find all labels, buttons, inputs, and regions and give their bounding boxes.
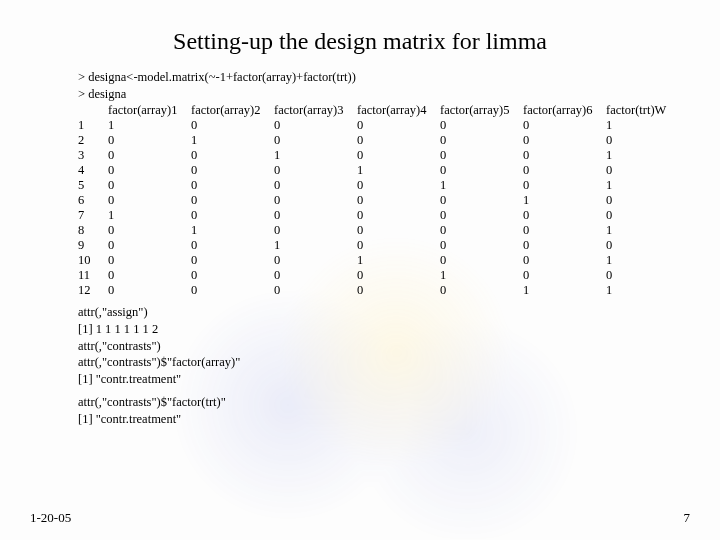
cell-value: 1 [357,163,440,178]
cell-value: 0 [606,268,689,283]
cell-value: 0 [274,118,357,133]
cell-value: 0 [108,238,191,253]
cell-value: 0 [357,268,440,283]
cell-value: 0 [191,178,274,193]
col-header: factor(trt)W [606,103,689,118]
cell-value: 0 [523,118,606,133]
cell-value: 0 [440,253,523,268]
table-row: 50000101 [78,178,689,193]
cell-value: 0 [440,208,523,223]
cell-value: 0 [108,163,191,178]
cell-value: 0 [191,148,274,163]
row-label: 1 [78,118,108,133]
cell-value: 0 [191,268,274,283]
footer-date: 1-20-05 [30,510,71,526]
row-label: 5 [78,178,108,193]
code-line: > designa<-model.matrix(~-1+factor(array… [78,69,670,86]
code-line: [1] "contr.treatment" [78,371,670,388]
cell-value: 0 [191,208,274,223]
cell-value: 0 [191,118,274,133]
cell-value: 0 [108,148,191,163]
cell-value: 1 [191,223,274,238]
cell-value: 0 [274,178,357,193]
footer-page: 7 [684,510,691,526]
cell-value: 0 [523,268,606,283]
cell-value: 0 [606,193,689,208]
cell-value: 0 [523,163,606,178]
cell-value: 0 [523,223,606,238]
cell-value: 1 [606,223,689,238]
table-row: 30010001 [78,148,689,163]
col-header: factor(array)4 [357,103,440,118]
cell-value: 0 [357,178,440,193]
table-row: 90010000 [78,238,689,253]
page-title: Setting-up the design matrix for limma [50,28,670,55]
code-line: > designa [78,86,670,103]
cell-value: 0 [108,133,191,148]
cell-value: 0 [108,223,191,238]
code-line: [1] 1 1 1 1 1 1 2 [78,321,670,338]
cell-value: 0 [108,178,191,193]
cell-value: 0 [274,163,357,178]
cell-value: 0 [440,193,523,208]
cell-value: 0 [440,133,523,148]
table-row: 120000011 [78,283,689,298]
cell-value: 0 [606,163,689,178]
row-label: 8 [78,223,108,238]
row-label: 2 [78,133,108,148]
cell-value: 1 [191,133,274,148]
cell-value: 1 [440,268,523,283]
row-label: 7 [78,208,108,223]
cell-value: 0 [440,223,523,238]
cell-value: 0 [191,253,274,268]
row-label: 4 [78,163,108,178]
attr-block-1: attr(,"assign") [1] 1 1 1 1 1 1 2 attr(,… [78,304,670,388]
row-label: 6 [78,193,108,208]
cell-value: 0 [191,193,274,208]
row-label: 10 [78,253,108,268]
cell-value: 0 [108,283,191,298]
cell-value: 0 [523,178,606,193]
table-row: 71000000 [78,208,689,223]
cell-value: 0 [357,133,440,148]
code-line: attr(,"contrasts")$"factor(trt)" [78,394,670,411]
cell-value: 0 [108,253,191,268]
cell-value: 0 [274,193,357,208]
cell-value: 0 [606,238,689,253]
cell-value: 0 [108,193,191,208]
cell-value: 0 [191,163,274,178]
attr-block-2: attr(,"contrasts")$"factor(trt)" [1] "co… [78,394,670,428]
cell-value: 0 [274,253,357,268]
cell-value: 1 [440,178,523,193]
cell-value: 0 [108,268,191,283]
table-row: 100001001 [78,253,689,268]
cell-value: 0 [523,133,606,148]
cell-value: 1 [108,118,191,133]
cell-value: 0 [523,148,606,163]
cell-value: 0 [523,253,606,268]
row-label: 11 [78,268,108,283]
cell-value: 1 [606,148,689,163]
cell-value: 0 [357,208,440,223]
cell-value: 0 [357,193,440,208]
code-line: [1] "contr.treatment" [78,411,670,428]
cell-value: 0 [357,238,440,253]
cell-value: 1 [357,253,440,268]
table-row: 80100001 [78,223,689,238]
cell-value: 0 [523,238,606,253]
col-header: factor(array)6 [523,103,606,118]
table-row: 110000100 [78,268,689,283]
cell-value: 1 [606,283,689,298]
cell-value: 1 [274,238,357,253]
code-block-top: > designa<-model.matrix(~-1+factor(array… [78,69,670,103]
code-line: attr(,"contrasts")$"factor(array)" [78,354,670,371]
cell-value: 0 [274,283,357,298]
cell-value: 0 [274,208,357,223]
design-matrix-table: factor(array)1 factor(array)2 factor(arr… [78,103,689,298]
row-label: 9 [78,238,108,253]
cell-value: 0 [191,283,274,298]
cell-value: 1 [606,253,689,268]
cell-value: 1 [606,178,689,193]
col-header: factor(array)1 [108,103,191,118]
cell-value: 0 [440,118,523,133]
